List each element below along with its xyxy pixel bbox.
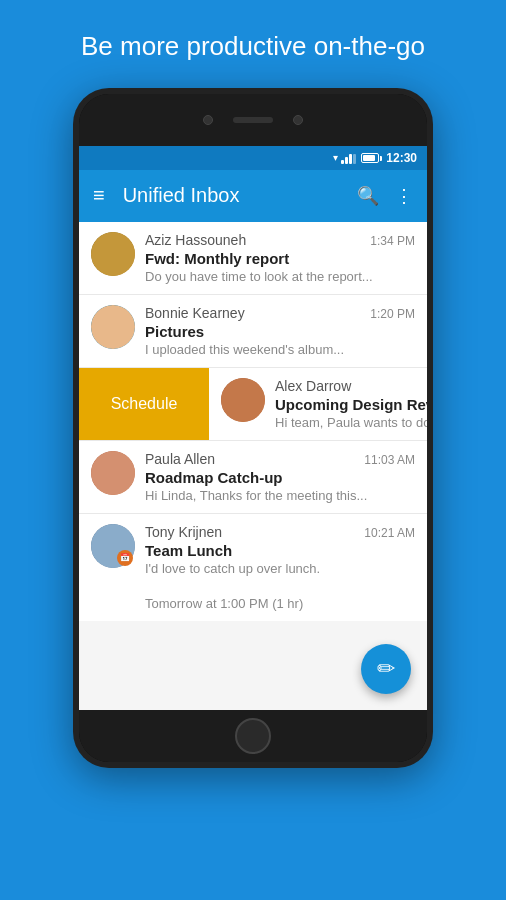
calendar-detail-text: Tomorrow at 1:00 PM (1 hr): [145, 596, 303, 611]
email-time: 1:20 PM: [370, 307, 415, 321]
signal-bar-1: [341, 160, 344, 164]
email-content: Bonnie Kearney 1:20 PM Pictures I upload…: [145, 305, 415, 357]
table-row[interactable]: Aziz Hassouneh 1:34 PM Fwd: Monthly repo…: [79, 222, 427, 295]
email-time: 1:34 PM: [370, 234, 415, 248]
hero-section: Be more productive on-the-go: [41, 0, 465, 88]
avatar: [91, 305, 135, 349]
avatar: [91, 232, 135, 276]
email-item-shifted: Alex Darrow Upcoming Design Review Hi te…: [209, 368, 427, 440]
calendar-badge-icon: 📅: [117, 550, 133, 566]
email-preview: Do you have time to look at the report..…: [145, 269, 415, 284]
email-subject: Fwd: Monthly report: [145, 250, 415, 267]
email-header: Paula Allen 11:03 AM: [145, 451, 415, 467]
phone-top-bezel: [79, 94, 427, 146]
email-content: Paula Allen 11:03 AM Roadmap Catch-up Hi…: [145, 451, 415, 503]
avatar: [91, 451, 135, 495]
table-row[interactable]: Paula Allen 11:03 AM Roadmap Catch-up Hi…: [79, 441, 427, 514]
phone-inner-shell: ▾ 12:30 ≡: [79, 94, 427, 762]
email-header: Aziz Hassouneh 1:34 PM: [145, 232, 415, 248]
email-preview: I'd love to catch up over lunch.: [145, 561, 415, 576]
swipe-label: Schedule: [111, 395, 178, 413]
avatar: [221, 378, 265, 422]
hero-text: Be more productive on-the-go: [41, 0, 465, 88]
compose-icon: ✏: [377, 656, 395, 682]
wifi-icon: ▾: [333, 152, 338, 163]
sender-name: Aziz Hassouneh: [145, 232, 246, 248]
table-row[interactable]: Bonnie Kearney 1:20 PM Pictures I upload…: [79, 295, 427, 368]
signal-icon: [341, 152, 356, 164]
email-content: Aziz Hassouneh 1:34 PM Fwd: Monthly repo…: [145, 232, 415, 284]
email-time: 10:21 AM: [364, 526, 415, 540]
email-subject: Pictures: [145, 323, 415, 340]
sender-name: Bonnie Kearney: [145, 305, 245, 321]
sender-name: Paula Allen: [145, 451, 215, 467]
email-header: Tony Krijnen 10:21 AM: [145, 524, 415, 540]
email-subject: Team Lunch: [145, 542, 415, 559]
compose-fab[interactable]: ✏: [361, 644, 411, 694]
email-content: Alex Darrow Upcoming Design Review Hi te…: [275, 378, 427, 430]
hamburger-menu-icon[interactable]: ≡: [93, 184, 107, 207]
table-row[interactable]: 📅 Tony Krijnen 10:21 AM Team Lunch I'd l…: [79, 514, 427, 586]
search-icon[interactable]: 🔍: [357, 185, 379, 207]
swipe-schedule-action: Schedule: [79, 368, 209, 440]
status-icons: ▾ 12:30: [333, 151, 417, 165]
status-time: 12:30: [386, 151, 417, 165]
phone-bottom-bezel: [79, 710, 427, 762]
sender-name: Alex Darrow: [275, 378, 351, 394]
more-options-icon[interactable]: ⋮: [395, 185, 413, 207]
sender-name: Tony Krijnen: [145, 524, 222, 540]
battery-fill: [363, 155, 375, 161]
signal-bar-3: [349, 154, 352, 164]
email-subject: Upcoming Design Review: [275, 396, 427, 413]
email-preview: I uploaded this weekend's album...: [145, 342, 415, 357]
email-header: Bonnie Kearney 1:20 PM: [145, 305, 415, 321]
avatar-container: 📅: [91, 524, 135, 568]
battery-icon: [361, 153, 379, 163]
phone-screen: ▾ 12:30 ≡: [79, 146, 427, 710]
email-preview: Hi team, Paula wants to do...: [275, 415, 427, 430]
email-header: Alex Darrow: [275, 378, 427, 394]
phone-outer-shell: ▾ 12:30 ≡: [73, 88, 433, 768]
earpiece: [233, 117, 273, 123]
calendar-detail-row: Tomorrow at 1:00 PM (1 hr): [79, 586, 427, 621]
signal-bar-4: [353, 154, 356, 164]
email-preview: Hi Linda, Thanks for the meeting this...: [145, 488, 415, 503]
home-button[interactable]: [235, 718, 271, 754]
signal-bar-2: [345, 157, 348, 164]
email-time: 11:03 AM: [364, 453, 415, 467]
email-list: Aziz Hassouneh 1:34 PM Fwd: Monthly repo…: [79, 222, 427, 621]
app-bar-actions: 🔍 ⋮: [357, 185, 413, 207]
app-title: Unified Inbox: [123, 184, 357, 207]
front-camera: [203, 115, 213, 125]
table-row[interactable]: Schedule Alex Darrow Upco: [79, 368, 427, 441]
app-bar: ≡ Unified Inbox 🔍 ⋮: [79, 170, 427, 222]
email-subject: Roadmap Catch-up: [145, 469, 415, 486]
status-bar: ▾ 12:30: [79, 146, 427, 170]
sensor: [293, 115, 303, 125]
phone-device: ▾ 12:30 ≡: [73, 88, 433, 768]
email-content: Tony Krijnen 10:21 AM Team Lunch I'd lov…: [145, 524, 415, 576]
